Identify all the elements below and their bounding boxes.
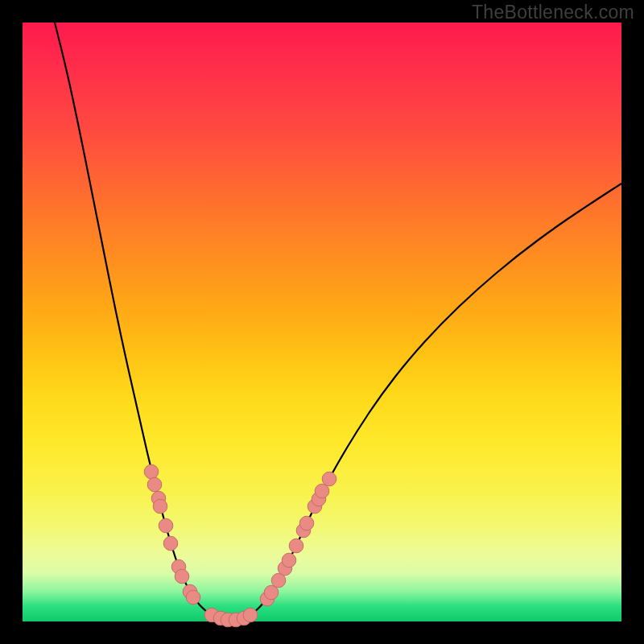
data-dot xyxy=(159,518,173,533)
data-dots-group xyxy=(144,464,336,627)
data-dot xyxy=(144,464,159,479)
data-dot xyxy=(175,569,189,584)
data-dot xyxy=(289,539,303,553)
watermark-label: TheBottleneck.com xyxy=(472,2,634,23)
bottleneck-curve xyxy=(55,23,621,620)
data-dot xyxy=(322,472,336,486)
plot-area xyxy=(23,23,621,621)
data-dot xyxy=(282,553,296,568)
data-dot xyxy=(243,608,258,622)
data-dot xyxy=(299,516,314,530)
data-dot xyxy=(186,590,200,605)
curve-svg xyxy=(23,23,621,621)
data-dot xyxy=(147,477,162,492)
data-dot xyxy=(153,499,167,514)
chart-frame: TheBottleneck.com xyxy=(0,0,644,644)
data-dot xyxy=(163,536,178,551)
